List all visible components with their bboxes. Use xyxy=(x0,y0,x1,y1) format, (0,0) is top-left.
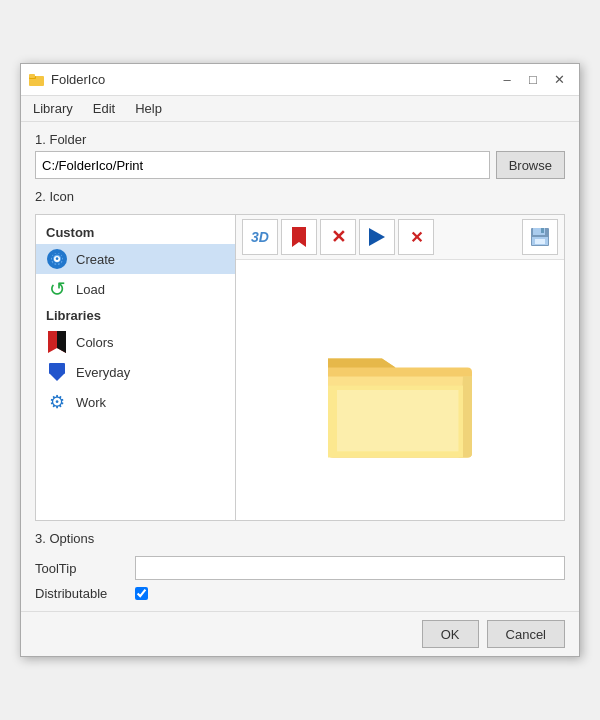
svg-rect-15 xyxy=(535,239,545,244)
distributable-label: Distributable xyxy=(35,586,125,601)
load-label: Load xyxy=(76,282,105,297)
browse-button[interactable]: Browse xyxy=(496,151,565,179)
title-bar: FolderIco – □ ✕ xyxy=(21,64,579,96)
icon-right-panel: 3D ✕ ✕ xyxy=(236,215,564,520)
menu-library[interactable]: Library xyxy=(25,98,81,119)
libraries-label: Libraries xyxy=(36,304,235,327)
title-controls: – □ ✕ xyxy=(495,68,571,92)
folder-section: 1. Folder Browse xyxy=(35,132,565,179)
custom-label: Custom xyxy=(36,221,235,244)
menu-help[interactable]: Help xyxy=(127,98,170,119)
title-icon xyxy=(29,72,45,88)
icon-area: Custom ⚙ xyxy=(35,214,565,521)
save-icon xyxy=(530,227,550,247)
ok-button[interactable]: OK xyxy=(422,620,479,648)
panel-item-create[interactable]: ⚙ Create xyxy=(36,244,235,274)
cancel-button[interactable]: Cancel xyxy=(487,620,565,648)
svg-rect-2 xyxy=(29,74,35,78)
create-label: Create xyxy=(76,252,115,267)
create-icon: ⚙ xyxy=(46,248,68,270)
everyday-icon xyxy=(46,361,68,383)
redx1-icon: ✕ xyxy=(331,226,346,248)
distributable-row: Distributable xyxy=(35,586,565,601)
play-icon xyxy=(369,228,385,246)
work-icon: ⚙ xyxy=(49,391,65,413)
colors-label: Colors xyxy=(76,335,114,350)
svg-marker-9 xyxy=(50,374,64,381)
panel-item-everyday[interactable]: Everyday xyxy=(36,357,235,387)
main-content: 1. Folder Browse 2. Icon Custom xyxy=(21,122,579,611)
icon-section: 2. Icon Custom xyxy=(35,189,565,521)
options-section-label: 3. Options xyxy=(35,531,565,546)
main-window: FolderIco – □ ✕ Library Edit Help 1. Fol… xyxy=(20,63,580,657)
tool-3d-button[interactable]: 3D xyxy=(242,219,278,255)
maximize-button[interactable]: □ xyxy=(521,68,545,92)
distributable-checkbox-area xyxy=(135,587,148,600)
title-bar-left: FolderIco xyxy=(29,72,105,88)
svg-rect-13 xyxy=(541,228,544,233)
panel-item-load[interactable]: ↺ Load xyxy=(36,274,235,304)
menu-edit[interactable]: Edit xyxy=(85,98,123,119)
folder-section-label: 1. Folder xyxy=(35,132,565,147)
load-icon-container: ↺ xyxy=(46,278,68,300)
svg-marker-7 xyxy=(57,331,66,353)
tooltip-label: ToolTip xyxy=(35,561,125,576)
options-grid: ToolTip Distributable xyxy=(35,556,565,601)
folder-path-input[interactable] xyxy=(35,151,490,179)
folder-row: Browse xyxy=(35,151,565,179)
redx2-icon: ✕ xyxy=(410,228,423,247)
minimize-button[interactable]: – xyxy=(495,68,519,92)
panel-item-work[interactable]: ⚙ Work xyxy=(36,387,235,417)
icon-left-panel: Custom ⚙ xyxy=(36,215,236,520)
close-button[interactable]: ✕ xyxy=(547,68,571,92)
distributable-checkbox[interactable] xyxy=(135,587,148,600)
window-title: FolderIco xyxy=(51,72,105,87)
folder-preview-svg xyxy=(310,300,490,480)
colors-icon-container xyxy=(46,331,68,353)
tooltip-row: ToolTip xyxy=(35,556,565,580)
bookmark-icon xyxy=(292,227,306,247)
everyday-label: Everyday xyxy=(76,365,130,380)
work-label: Work xyxy=(76,395,106,410)
icon-toolbar: 3D ✕ ✕ xyxy=(236,215,564,260)
tool-save-button[interactable] xyxy=(522,219,558,255)
footer: OK Cancel xyxy=(21,611,579,656)
panel-item-colors[interactable]: Colors xyxy=(36,327,235,357)
tool-redx2-button[interactable]: ✕ xyxy=(398,219,434,255)
svg-rect-8 xyxy=(49,363,65,374)
work-icon-container: ⚙ xyxy=(46,391,68,413)
tool-redx1-button[interactable]: ✕ xyxy=(320,219,356,255)
icon-preview xyxy=(236,260,564,520)
menu-bar: Library Edit Help xyxy=(21,96,579,122)
load-icon: ↺ xyxy=(49,277,66,301)
options-section: 3. Options ToolTip Distributable xyxy=(35,531,565,601)
3d-icon: 3D xyxy=(251,229,269,245)
everyday-icon-container xyxy=(46,361,68,383)
icon-section-label: 2. Icon xyxy=(35,189,565,204)
tool-play-button[interactable] xyxy=(359,219,395,255)
tool-bookmark-button[interactable] xyxy=(281,219,317,255)
tooltip-input[interactable] xyxy=(135,556,565,580)
svg-marker-10 xyxy=(292,227,306,247)
colors-icon xyxy=(48,331,66,353)
